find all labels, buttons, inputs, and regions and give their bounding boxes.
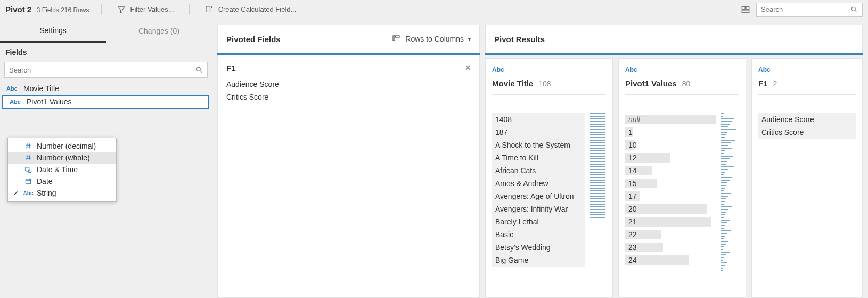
step-title: Pivot 2 bbox=[5, 5, 31, 14]
field-row-selected[interactable]: Abc Pivot1 Values bbox=[2, 95, 209, 109]
toolbar-separator bbox=[189, 4, 190, 15]
card-title: Movie Title bbox=[492, 79, 533, 88]
svg-rect-2 bbox=[746, 6, 749, 9]
date-icon bbox=[24, 177, 32, 186]
chevron-down-icon: ▾ bbox=[468, 36, 471, 42]
value-bar[interactable]: 24 bbox=[625, 254, 716, 267]
value-item[interactable]: Basic bbox=[492, 228, 585, 241]
result-card-movie-title[interactable]: Abc Movie Title 108 1408187A Shock to th… bbox=[485, 58, 613, 298]
card-value-list: 1408187A Shock to the SystemA Time to Ki… bbox=[492, 113, 585, 292]
number-icon bbox=[24, 142, 32, 150]
pivot-field-value[interactable]: Critics Score bbox=[226, 91, 471, 103]
card-type-abc: Abc bbox=[625, 66, 739, 74]
value-item[interactable]: Audience Score bbox=[758, 113, 856, 126]
top-toolbar: Pivot 2 3 Fields 216 Rows Filter Values.… bbox=[0, 0, 868, 19]
value-bar[interactable]: 21 bbox=[625, 215, 716, 228]
tab-settings[interactable]: Settings bbox=[0, 19, 106, 43]
accent-bar bbox=[485, 53, 863, 55]
card-title: F1 bbox=[758, 79, 768, 88]
pivoted-fields-panel: Pivoted Fields Rows to Columns ▾ F1 × Au… bbox=[217, 25, 480, 298]
svg-rect-3 bbox=[742, 10, 749, 12]
pivot-results-title: Pivot Results bbox=[494, 35, 854, 44]
datatype-option-datetime[interactable]: Date & Time bbox=[8, 164, 116, 175]
search-icon bbox=[195, 66, 203, 74]
create-calc-label: Create Calculated Field... bbox=[218, 5, 297, 13]
datetime-icon bbox=[24, 165, 32, 174]
filter-icon bbox=[117, 5, 126, 14]
svg-rect-0 bbox=[206, 6, 210, 12]
search-icon bbox=[850, 6, 858, 13]
card-count: 108 bbox=[538, 79, 551, 88]
toolbar-separator bbox=[101, 4, 102, 15]
global-search[interactable] bbox=[756, 3, 863, 17]
value-item[interactable]: A Time to Kill bbox=[492, 151, 585, 164]
calc-field-icon bbox=[204, 5, 214, 14]
pivot-field-group-name: F1 bbox=[226, 63, 236, 73]
svg-rect-1 bbox=[742, 6, 745, 9]
card-divider bbox=[625, 94, 739, 95]
value-bar[interactable]: 14 bbox=[625, 164, 716, 177]
step-info: Pivot 2 3 Fields 216 Rows bbox=[5, 5, 89, 14]
string-icon: Abc bbox=[24, 189, 32, 197]
datatype-option-string[interactable]: ✓ Abc String bbox=[8, 187, 116, 199]
type-abc-icon: Abc bbox=[6, 85, 18, 92]
value-bar[interactable]: 1 bbox=[625, 126, 716, 139]
value-bar[interactable]: 20 bbox=[625, 203, 716, 215]
pivot-direction-label: Rows to Columns bbox=[405, 35, 464, 43]
value-item[interactable]: Amos & Andrew bbox=[492, 177, 585, 190]
datatype-menu[interactable]: Number (decimal) Number (whole) Date & T… bbox=[7, 138, 117, 202]
value-bar[interactable]: 10 bbox=[625, 139, 716, 151]
card-distribution-bars bbox=[590, 113, 606, 292]
field-label: Pivot1 Values bbox=[27, 98, 72, 106]
datatype-option-label: Number (decimal) bbox=[37, 142, 96, 150]
svg-point-5 bbox=[196, 67, 200, 71]
global-search-input[interactable] bbox=[761, 5, 850, 13]
close-icon[interactable]: × bbox=[465, 62, 471, 74]
value-bar[interactable]: 23 bbox=[625, 241, 716, 254]
pivot-field-group[interactable]: F1 × bbox=[226, 62, 471, 78]
value-item[interactable]: African Cats bbox=[492, 164, 585, 177]
card-type-abc: Abc bbox=[492, 66, 606, 74]
fields-search-input[interactable] bbox=[9, 66, 195, 74]
value-item[interactable]: A Shock to the System bbox=[492, 139, 585, 151]
value-item[interactable]: Avengers: Infinity War bbox=[492, 203, 585, 215]
sidebar-tabs: Settings Changes (0) bbox=[0, 19, 212, 43]
create-calc-button[interactable]: Create Calculated Field... bbox=[201, 3, 300, 17]
card-type-abc: Abc bbox=[758, 66, 856, 74]
card-distribution-bars bbox=[721, 113, 737, 292]
filter-values-label: Filter Values... bbox=[130, 5, 174, 13]
value-bar[interactable]: 12 bbox=[625, 151, 716, 164]
value-bar[interactable]: 15 bbox=[625, 177, 716, 190]
tab-changes[interactable]: Changes (0) bbox=[106, 19, 212, 43]
card-value-list: Audience ScoreCritics Score bbox=[758, 113, 856, 292]
pivoted-fields-title: Pivoted Fields bbox=[226, 35, 391, 44]
datatype-option-whole[interactable]: Number (whole) bbox=[8, 152, 116, 164]
value-bar[interactable]: null bbox=[625, 113, 716, 126]
pivot-direction-selector[interactable]: Rows to Columns ▾ bbox=[391, 34, 471, 44]
value-item[interactable]: Betsy's Wedding bbox=[492, 241, 585, 254]
fields-search[interactable] bbox=[4, 62, 208, 78]
value-item[interactable]: Avengers: Age of Ultron bbox=[492, 190, 585, 203]
value-item[interactable]: 1408 bbox=[492, 113, 585, 126]
card-title: Pivot1 Values bbox=[625, 79, 677, 88]
type-abc-icon: Abc bbox=[10, 99, 21, 105]
datatype-option-label: String bbox=[37, 189, 56, 197]
value-item[interactable]: Barely Lethal bbox=[492, 215, 585, 228]
pivot-field-value[interactable]: Audience Score bbox=[226, 78, 471, 91]
datatype-option-label: Date & Time bbox=[37, 165, 78, 174]
card-divider bbox=[492, 94, 606, 95]
value-bar[interactable]: 22 bbox=[625, 228, 716, 241]
svg-point-4 bbox=[851, 7, 855, 11]
value-item[interactable]: Big Game bbox=[492, 254, 585, 267]
datatype-option-decimal[interactable]: Number (decimal) bbox=[8, 140, 116, 152]
value-item[interactable]: Critics Score bbox=[758, 126, 856, 139]
result-card-pivot1-values[interactable]: Abc Pivot1 Values 80 null110121415172021… bbox=[618, 58, 746, 298]
view-toggle-icon[interactable] bbox=[740, 4, 751, 15]
datatype-option-label: Date bbox=[37, 177, 53, 186]
filter-values-button[interactable]: Filter Values... bbox=[113, 3, 177, 17]
result-card-f1[interactable]: Abc F1 2 Audience ScoreCritics Score bbox=[751, 58, 863, 298]
value-bar[interactable]: 17 bbox=[625, 190, 716, 203]
field-row[interactable]: Abc Movie Title bbox=[0, 82, 212, 95]
value-item[interactable]: 187 bbox=[492, 126, 585, 139]
datatype-option-date[interactable]: Date bbox=[8, 175, 116, 187]
